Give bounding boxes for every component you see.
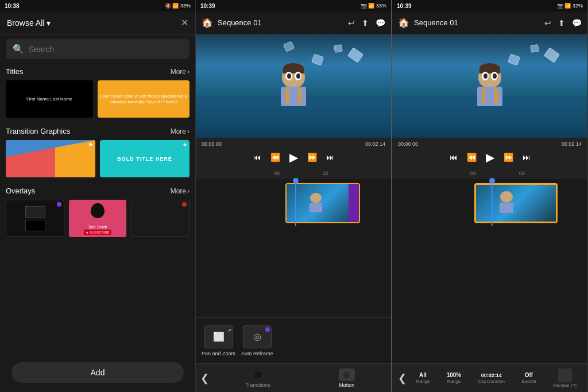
chat-icon-2[interactable]: 💬 (376, 18, 385, 28)
home-icon-3[interactable]: 🏠 (398, 17, 409, 28)
skip-forward-2[interactable]: ⏭ (326, 153, 334, 162)
search-icon: 🔍 (13, 44, 24, 55)
home-icon-2[interactable]: 🏠 (202, 17, 213, 28)
skip-back-2[interactable]: ⏮ (253, 153, 261, 162)
overlay-thumbnail-2[interactable]: Tate Smith ★ SUBSCRIBE (69, 200, 126, 237)
p3-backfill-control[interactable]: Off Backfill (521, 372, 536, 384)
transition-text-2: BOLD TITLE HERE (117, 156, 172, 162)
add-button-container: Add (0, 356, 195, 392)
total-time-3: 00:02 14 (562, 141, 582, 147)
p3-control-group: All Range 100% Range 00:02:14 Clip Durat… (409, 368, 584, 388)
time-display-2: 00:00 00 00:02 14 (202, 141, 385, 147)
browse-title-text: Browse All (7, 18, 44, 28)
library-header: Browse All ▾ ✕ (0, 11, 195, 34)
effect-pan-zoom[interactable]: ⬜ ↗ Pan and Zoom (202, 325, 235, 356)
transport-controls-2: ⏮ ⏪ ▶ ⏩ ⏭ (202, 149, 385, 165)
status-time-1: 10:38 (5, 3, 20, 9)
pan-zoom-label: Pan and Zoom (202, 351, 235, 356)
add-button[interactable]: Add (11, 362, 184, 383)
video-scene-2 (196, 34, 391, 138)
title-thumbnail-1[interactable]: First Name Last Name (6, 80, 93, 118)
play-button-3[interactable]: ▶ (486, 150, 494, 164)
overlays-more-button[interactable]: More › (171, 187, 189, 195)
overlays-thumbnails: Tate Smith ★ SUBSCRIBE (6, 200, 189, 237)
p3-all-control[interactable]: All Range (416, 372, 430, 384)
transitions-tab-label: Transitions (245, 382, 270, 388)
p3-duration-control[interactable]: 00:02:14 Clip Duration (478, 372, 505, 384)
checkbox-icon[interactable] (558, 368, 572, 382)
chevron-down-icon: ▾ (47, 18, 51, 28)
title-thumbnail-2[interactable]: Lorem ipsum dolor vit with three especia… (98, 80, 189, 118)
timeline-area-2[interactable]: 00 02 (196, 168, 391, 317)
chevron-right-icon-2: › (187, 127, 189, 135)
p3-checkbox-control[interactable]: Member (?) (553, 368, 577, 388)
titles-section: Titles More › First Name Last Name Lorem… (0, 64, 195, 123)
auto-reframe-thumb[interactable]: ◎ (243, 325, 272, 348)
share-icon-2[interactable]: ⬆ (362, 18, 369, 28)
skip-back-3[interactable]: ⏮ (450, 153, 458, 162)
back-button-3[interactable]: ❮ (396, 372, 409, 385)
play-button-2[interactable]: ▶ (289, 150, 298, 164)
transport-controls-3: ⏮ ⏪ ▶ ⏩ ⏭ (398, 149, 582, 165)
overlay-thumbnail-3[interactable] (131, 200, 189, 237)
range-label: Range (447, 379, 461, 384)
close-button[interactable]: ✕ (181, 17, 188, 28)
timeline-clip-2[interactable] (285, 183, 360, 223)
playhead-3[interactable] (492, 180, 493, 226)
backfill-value: Off (525, 372, 533, 378)
share-icon-3[interactable]: ⬆ (558, 18, 565, 28)
ruler-mark-00-2: 00 (274, 170, 280, 176)
title-text-2: Lorem ipsum dolor vit with three especia… (100, 94, 187, 104)
video-preview-2 (196, 34, 391, 138)
overlays-section-title: Overlays (6, 187, 35, 195)
timeline-track-2[interactable] (196, 180, 391, 226)
step-forward-3[interactable]: ⏩ (504, 153, 513, 162)
transitions-more-button[interactable]: More › (171, 127, 189, 135)
overlay-thumbnail-1[interactable] (6, 200, 64, 237)
overlays-section: Overlays More › Tate Smith ★ SUBSCRIBE (0, 183, 195, 243)
title-text-1: First Name Last Name (24, 94, 75, 104)
chat-icon-3[interactable]: 💬 (572, 18, 582, 28)
duration-value: 00:02:14 (481, 372, 502, 378)
status-time-3: 10:39 (397, 3, 412, 9)
step-forward-2[interactable]: ⏩ (307, 153, 317, 162)
playhead-2[interactable] (295, 180, 296, 226)
skip-forward-3[interactable]: ⏭ (523, 153, 531, 162)
titles-section-title: Titles (6, 67, 24, 76)
timeline-clip-3[interactable] (474, 183, 558, 223)
undo-icon-3[interactable]: ↩ (544, 18, 551, 28)
transition-thumbnail-1[interactable]: ★ (6, 140, 95, 177)
nav-icons-2: ↩ ⬆ 💬 (348, 18, 385, 28)
status-bar-1: 10:38 🔇 📶 33% (0, 0, 195, 11)
chevron-right-icon-3: › (187, 187, 189, 195)
step-back-2[interactable]: ⏪ (270, 153, 280, 162)
search-bar[interactable]: 🔍 (6, 39, 189, 59)
search-input[interactable] (29, 45, 183, 54)
undo-icon-2[interactable]: ↩ (348, 18, 355, 28)
backfill-label: Backfill (521, 379, 536, 384)
titles-more-button[interactable]: More › (171, 68, 189, 76)
timeline-track-3[interactable] (392, 180, 587, 226)
effect-auto-reframe[interactable]: ◎ Auto Reframe (241, 325, 273, 356)
all-value: All (419, 372, 427, 378)
transport-bar-3: 00:00 00 00:02 14 ⏮ ⏪ ▶ ⏩ ⏭ (392, 138, 587, 168)
step-back-3[interactable]: ⏪ (467, 153, 477, 162)
video-nav-3: 🏠 Sequence 01 ↩ ⬆ 💬 (392, 11, 587, 34)
auto-reframe-label: Auto Reframe (241, 351, 273, 356)
transitions-section-header: Transition Graphics More › (6, 127, 189, 135)
bottom-tabs-2: ❮ ⊞ Transitions ◎ Motion (196, 363, 391, 392)
pan-zoom-thumb[interactable]: ⬜ ↗ (204, 325, 233, 348)
effects-bar-2: ⬜ ↗ Pan and Zoom ◎ Auto Reframe (196, 317, 391, 363)
transition-thumbnail-2[interactable]: BOLD TITLE HERE (100, 140, 189, 177)
p3-range-control[interactable]: 100% Range (447, 372, 462, 384)
video-panel-2: 10:39 📷 📶 33% 🏠 Sequence 01 ↩ ⬆ 💬 (196, 0, 392, 392)
duration-label: Clip Duration (478, 379, 505, 384)
status-time-2: 10:39 (200, 3, 215, 9)
tab-motion-2[interactable]: ◎ Motion (303, 366, 392, 390)
overlay-subscribe: ★ SUBSCRIBE (84, 230, 111, 235)
browse-title[interactable]: Browse All ▾ (7, 18, 51, 28)
back-button-2[interactable]: ❮ (196, 372, 214, 385)
tab-transitions-2[interactable]: ⊞ Transitions (214, 366, 303, 390)
timeline-area-3[interactable]: 00 02 (392, 168, 587, 363)
transitions-section-title: Transition Graphics (6, 127, 70, 135)
